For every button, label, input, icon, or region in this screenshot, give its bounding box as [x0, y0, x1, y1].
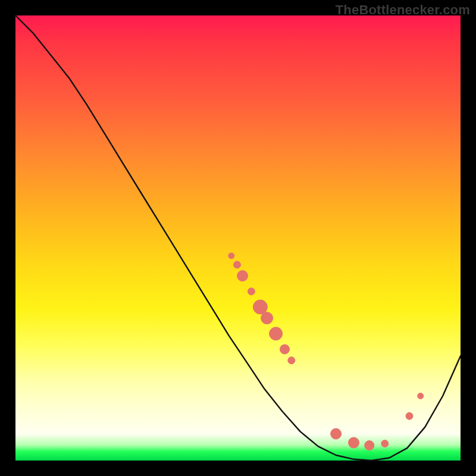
sample-point [288, 357, 295, 364]
marker-group [228, 253, 424, 450]
bottleneck-curve [15, 15, 461, 461]
sample-point [253, 300, 267, 314]
sample-point [228, 253, 234, 259]
sample-point [418, 393, 424, 399]
sample-point [248, 288, 255, 295]
chart-frame: TheBottlenecker.com [0, 0, 476, 476]
sample-point [270, 327, 283, 340]
sample-point [237, 271, 248, 281]
sample-point [381, 440, 389, 447]
sample-point [331, 428, 342, 439]
sample-point [280, 345, 290, 354]
sample-point [234, 261, 241, 268]
sample-point [365, 441, 374, 450]
sample-point [406, 412, 413, 419]
chart-overlay [15, 15, 461, 461]
sample-point [349, 437, 359, 448]
sample-point [261, 312, 273, 324]
